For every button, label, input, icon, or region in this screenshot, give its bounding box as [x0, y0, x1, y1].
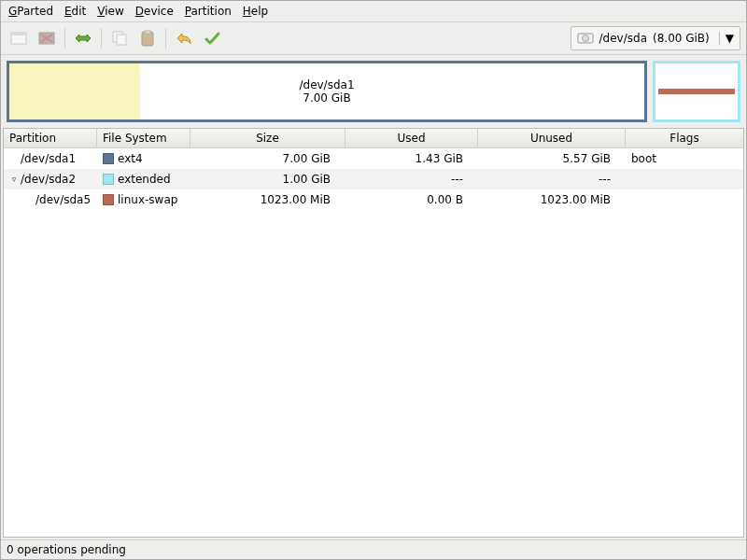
cell-unused: ---	[478, 173, 626, 186]
cell-size: 1.00 GiB	[190, 173, 345, 186]
delete-partition-button[interactable]	[35, 26, 59, 50]
partition-block-label: /dev/sda1 7.00 GiB	[299, 78, 354, 105]
partition-name: /dev/sda2	[21, 173, 76, 186]
svg-point-10	[582, 35, 588, 42]
cell-unused: 5.57 GiB	[478, 152, 626, 165]
toolbar: /dev/sda (8.00 GiB) ▼	[1, 22, 746, 55]
cell-used: 1.43 GiB	[345, 152, 478, 165]
svg-rect-6	[117, 35, 126, 45]
cell-partition: /dev/sda5	[4, 193, 97, 206]
col-partition[interactable]: Partition	[4, 129, 97, 147]
fs-color-swatch	[103, 153, 114, 164]
cell-size: 7.00 GiB	[190, 152, 345, 165]
cell-size: 1023.00 MiB	[190, 193, 345, 206]
paste-button[interactable]	[135, 26, 160, 50]
device-name: /dev/sda	[599, 32, 647, 45]
menu-bar: GParted Edit View Device Partition Help	[1, 1, 746, 22]
cell-flags: boot	[626, 152, 743, 165]
device-selector[interactable]: /dev/sda (8.00 GiB) ▼	[571, 26, 740, 50]
fs-name: linux-swap	[118, 193, 177, 206]
menu-device[interactable]: Device	[135, 5, 174, 18]
new-partition-button[interactable]	[7, 26, 31, 50]
cell-unused: 1023.00 MiB	[478, 193, 626, 206]
separator	[101, 28, 102, 49]
partition-name: /dev/sda1	[21, 152, 76, 165]
cell-filesystem: extended	[97, 173, 190, 186]
resize-move-button[interactable]	[71, 26, 95, 50]
cell-used: ---	[345, 173, 478, 186]
svg-rect-8	[145, 31, 150, 34]
cell-partition: ▿/dev/sda2	[4, 173, 97, 186]
cell-used: 0.00 B	[345, 193, 478, 206]
svg-rect-1	[11, 33, 26, 35]
expander-icon[interactable]: ▿	[9, 175, 19, 184]
table-row[interactable]: /dev/sda1ext47.00 GiB1.43 GiB5.57 GiBboo…	[4, 148, 743, 169]
cell-filesystem: linux-swap	[97, 193, 190, 206]
col-flags[interactable]: Flags	[626, 129, 743, 147]
device-size: (8.00 GiB)	[653, 32, 710, 45]
menu-help[interactable]: Help	[243, 5, 268, 18]
col-filesystem[interactable]: File System	[97, 129, 190, 147]
apply-button[interactable]	[200, 26, 224, 50]
menu-gparted[interactable]: GParted	[8, 5, 53, 18]
table-row[interactable]: /dev/sda5linux-swap1023.00 MiB0.00 B1023…	[4, 189, 743, 210]
partition-name: /dev/sda5	[35, 193, 91, 206]
disk-icon	[577, 32, 594, 45]
table-header: Partition File System Size Used Unused F…	[4, 129, 743, 148]
status-text: 0 operations pending	[7, 543, 126, 556]
dropdown-arrow-icon: ▼	[719, 32, 734, 45]
fs-name: extended	[118, 173, 171, 186]
fs-color-swatch	[103, 174, 114, 185]
used-space-fill	[9, 63, 140, 119]
copy-button[interactable]	[107, 26, 132, 50]
table-row[interactable]: ▿/dev/sda2extended1.00 GiB------	[4, 169, 743, 189]
menu-edit[interactable]: Edit	[64, 5, 86, 18]
disk-map: /dev/sda1 7.00 GiB	[1, 55, 746, 128]
partition-block-sda5[interactable]	[658, 89, 735, 94]
col-size[interactable]: Size	[190, 129, 345, 147]
table-body: /dev/sda1ext47.00 GiB1.43 GiB5.57 GiBboo…	[4, 148, 743, 537]
menu-partition[interactable]: Partition	[185, 5, 232, 18]
cell-partition: /dev/sda1	[4, 152, 97, 165]
status-bar: 0 operations pending	[1, 539, 746, 559]
partition-block-sda2[interactable]	[653, 61, 740, 122]
partition-table: Partition File System Size Used Unused F…	[3, 128, 744, 538]
col-used[interactable]: Used	[345, 129, 478, 147]
separator	[64, 28, 65, 49]
cell-filesystem: ext4	[97, 152, 190, 165]
undo-button[interactable]	[172, 26, 196, 50]
fs-name: ext4	[118, 152, 143, 165]
partition-block-sda1[interactable]: /dev/sda1 7.00 GiB	[7, 61, 647, 122]
fs-color-swatch	[103, 194, 114, 205]
menu-view[interactable]: View	[97, 5, 123, 18]
col-unused[interactable]: Unused	[478, 129, 626, 147]
separator	[165, 28, 166, 49]
